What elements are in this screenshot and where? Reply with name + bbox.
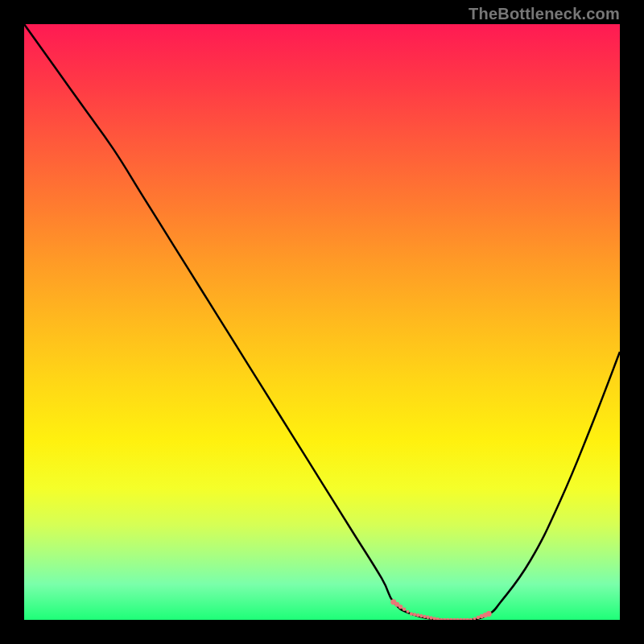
svg-point-14: [440, 618, 443, 620]
svg-point-10: [426, 616, 429, 619]
svg-point-13: [436, 617, 440, 620]
svg-point-3: [402, 607, 407, 611]
chart-frame: TheBottleneck.com: [0, 0, 644, 644]
svg-point-11: [429, 616, 432, 619]
svg-point-23: [469, 618, 473, 620]
svg-point-2: [398, 605, 402, 609]
svg-point-15: [443, 618, 446, 620]
svg-point-22: [466, 618, 469, 620]
svg-point-20: [459, 618, 462, 620]
svg-point-6: [413, 613, 416, 616]
watermark-text: TheBottleneck.com: [469, 5, 620, 23]
svg-point-26: [480, 614, 484, 618]
svg-point-9: [423, 615, 426, 618]
svg-point-4: [407, 610, 410, 613]
svg-point-16: [446, 618, 449, 620]
svg-point-21: [463, 618, 466, 620]
svg-point-8: [419, 614, 423, 617]
svg-point-17: [449, 618, 452, 620]
svg-point-5: [410, 612, 413, 615]
svg-point-7: [416, 613, 419, 617]
svg-point-18: [452, 618, 456, 620]
svg-point-28: [473, 617, 477, 620]
bottleneck-curve: [24, 24, 620, 620]
svg-point-12: [433, 617, 436, 620]
optimal-range-highlight: [390, 599, 491, 620]
curve-layer: [24, 24, 620, 620]
plot-area: [24, 24, 620, 620]
svg-point-19: [456, 618, 459, 620]
svg-point-27: [477, 616, 481, 620]
